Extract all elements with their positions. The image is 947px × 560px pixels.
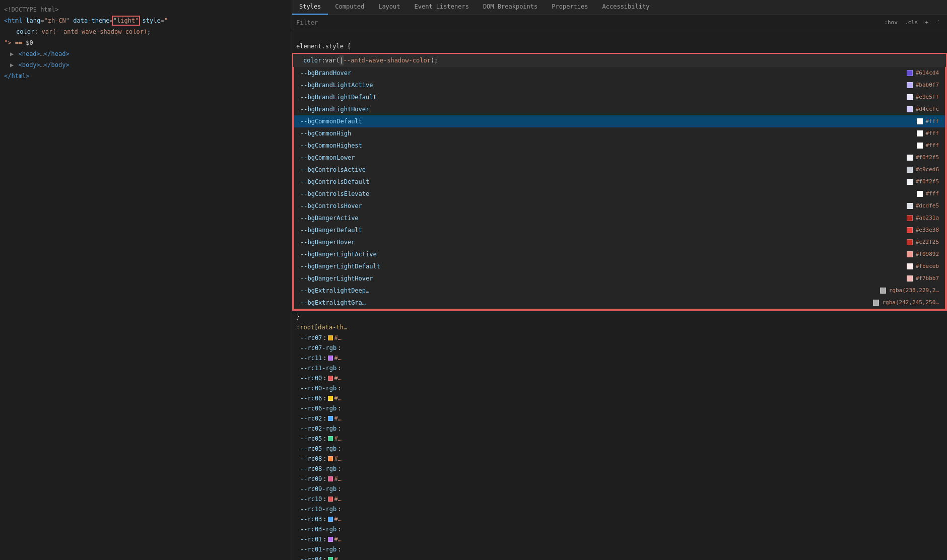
css-var-rc10-rgb: --rc10-rgb:: [292, 504, 947, 514]
css-var-rc01: --rc01: #…: [292, 534, 947, 544]
doctype-line: <!DOCTYPE html>: [0, 4, 292, 15]
color-swatch-bgDangerLightHover: [907, 275, 913, 282]
data-theme-attr[interactable]: "light": [113, 17, 139, 24]
element-style-selector: element.style {: [292, 41, 947, 52]
filter-input[interactable]: [296, 19, 882, 26]
dom-panel: <!DOCTYPE html> <html lang="zh-CN" data-…: [0, 0, 292, 560]
tab-bar: Styles Computed Layout Event Listeners D…: [292, 0, 947, 15]
ac-item-bgDangerLightHover[interactable]: --bgDangerLightHover #f7bbb7: [294, 272, 945, 285]
tab-dom-breakpoints[interactable]: DOM Breakpoints: [476, 0, 545, 15]
filter-bar: :hov .cls + ⋮: [292, 15, 947, 30]
tab-properties[interactable]: Properties: [545, 0, 595, 15]
ac-item-bgControlsActive[interactable]: --bgControlsActive #c9ced6: [294, 164, 945, 176]
ac-item-bgDangerLightDefault[interactable]: --bgDangerLightDefault #fbeceb: [294, 260, 945, 272]
css-var-rc03-rgb: --rc03-rgb:: [292, 524, 947, 534]
color-swatch-bgCommonHighest: [917, 143, 923, 149]
color-swatch-bgBrandHover: [907, 70, 913, 76]
color-swatch-bgBrandLightActive: [907, 82, 913, 88]
css-var-rc02-rgb: --rc02-rgb:: [292, 424, 947, 434]
tab-event-listeners[interactable]: Event Listeners: [408, 0, 476, 15]
css-var-rc07: --rc07: #…: [292, 333, 947, 343]
ac-item-bgDangerLightActive[interactable]: --bgDangerLightActive #f09892: [294, 248, 945, 260]
css-var-rc02: --rc02: #…: [292, 413, 947, 424]
tab-computed[interactable]: Computed: [328, 0, 371, 15]
styles-content: main.ed7297…chunk.cs element.style { col…: [292, 30, 947, 560]
css-var-rc09: --rc09: #…: [292, 474, 947, 484]
ac-item-bgCommonDefault[interactable]: --bgCommonDefault #fff: [294, 115, 945, 127]
swatch-rc06: [328, 396, 333, 401]
ac-item-bgCommonHigh[interactable]: --bgCommonHigh #fff: [294, 127, 945, 139]
color-swatch-bgCommonDefault: [917, 118, 923, 124]
filter-actions: :hov .cls + ⋮: [882, 18, 943, 27]
ac-item-bgBrandLightDefault[interactable]: --bgBrandLightDefault #e9e5ff: [294, 91, 945, 103]
color-swatch-bgDangerHover: [907, 239, 913, 245]
color-swatch-bgControlsElevate: [917, 191, 923, 197]
css-var-rc00: --rc00: #…: [292, 373, 947, 383]
cls-button[interactable]: .cls: [903, 18, 920, 27]
root-selector: :root[data-th…: [292, 322, 947, 333]
style-close-line: "> == $0: [0, 37, 292, 48]
color-swatch-bgControlsHover: [907, 203, 913, 209]
color-swatch-bgControlsDefault: [907, 179, 913, 185]
html-open-line[interactable]: <html lang="zh-CN" data-theme="light" st…: [0, 15, 292, 26]
css-var-rc05-rgb: --rc05-rgb:: [292, 444, 947, 454]
css-var-rc10: --rc10: #…: [292, 494, 947, 504]
swatch-rc10: [328, 497, 333, 502]
css-edit-overlay: color : var( | --antd-wave-shadow-color …: [292, 53, 947, 311]
css-var-rc07-rgb: --rc07-rgb:: [292, 343, 947, 353]
css-var-rc03: --rc03: #…: [292, 514, 947, 524]
element-style-block: element.style { color : var( | --antd-wa…: [292, 41, 947, 560]
color-swatch-bgCommonHigh: [917, 130, 923, 136]
body-line[interactable]: ▶ <body>…</body>: [0, 59, 292, 71]
color-swatch-bgDangerLightActive: [907, 251, 913, 257]
ac-item-bgControlsHover[interactable]: --bgControlsHover #dcdfe5: [294, 200, 945, 212]
tab-accessibility[interactable]: Accessibility: [595, 0, 657, 15]
element-style-close-brace: }: [292, 312, 947, 322]
color-swatch-bgCommonLower: [907, 155, 913, 161]
css-var-rc08-rgb: --rc08-rgb:: [292, 464, 947, 474]
ac-item-bgCommonHighest[interactable]: --bgCommonHighest #fff: [294, 139, 945, 152]
add-style-button[interactable]: +: [923, 18, 930, 27]
css-editing-row[interactable]: color : var( | --antd-wave-shadow-color …: [293, 54, 946, 67]
swatch-rc03: [328, 517, 333, 522]
ac-item-bgCommonLower[interactable]: --bgCommonLower #f0f2f5: [294, 152, 945, 164]
swatch-rc00: [328, 376, 333, 381]
css-var-rc05: --rc05: #…: [292, 434, 947, 444]
color-prop-line: color: var(--antd-wave-shadow-color);: [0, 26, 292, 37]
html-close-line: </html>: [0, 71, 292, 82]
ac-item-bgDangerDefault[interactable]: --bgDangerDefault #e33e38: [294, 224, 945, 236]
ac-item-bgControlsElevate[interactable]: --bgControlsElevate #fff: [294, 188, 945, 200]
swatch-rc07: [328, 335, 333, 340]
ac-item-bgBrandLightHover[interactable]: --bgBrandLightHover #d4ccfc: [294, 103, 945, 115]
css-var-rc09-rgb: --rc09-rgb:: [292, 484, 947, 494]
expand-triangle[interactable]: ▶: [10, 61, 14, 68]
head-line[interactable]: ▶ <head>…</head>: [0, 48, 292, 59]
ac-item-bgDangerActive[interactable]: --bgDangerActive #ab231a: [294, 212, 945, 224]
ac-item-bgExtralightDeep[interactable]: --bgExtralightDeep… rgba(238,229,2…: [294, 285, 945, 297]
css-var-rc08: --rc08: #…: [292, 454, 947, 464]
color-swatch-bgExtralightGra: [873, 300, 879, 306]
css-var-rc00-rgb: --rc00-rgb:: [292, 383, 947, 393]
ac-item-bgExtralightGra[interactable]: --bgExtralightGra… rgba(242,245,250…: [294, 297, 945, 309]
swatch-rc09: [328, 476, 333, 481]
swatch-rc04: [328, 557, 333, 560]
ac-item-bgDangerHover[interactable]: --bgDangerHover #c22f25: [294, 236, 945, 248]
ac-item-bgBrandHover[interactable]: --bgBrandHover #614cd4: [294, 67, 945, 79]
expand-triangle[interactable]: ▶: [10, 50, 14, 57]
color-swatch-bgBrandLightDefault: [907, 94, 913, 100]
ac-item-bgControlsDefault[interactable]: --bgControlsDefault #f0f2f5: [294, 176, 945, 188]
hov-button[interactable]: :hov: [882, 18, 900, 27]
tab-layout[interactable]: Layout: [371, 0, 407, 15]
swatch-rc02: [328, 416, 333, 421]
color-swatch-bgBrandLightHover: [907, 106, 913, 112]
color-swatch-bgDangerLightDefault: [907, 263, 913, 269]
more-button[interactable]: ⋮: [933, 18, 943, 27]
swatch-rc05: [328, 436, 333, 441]
css-var-rc01-rgb: --rc01-rgb:: [292, 544, 947, 554]
swatch-rc08: [328, 456, 333, 461]
html-tag: <html: [4, 17, 22, 24]
tab-styles[interactable]: Styles: [292, 0, 328, 15]
swatch-rc01: [328, 537, 333, 542]
autocomplete-dropdown: --bgBrandHover #614cd4 --bgBrandLightAct…: [293, 67, 946, 310]
ac-item-bgBrandLightActive[interactable]: --bgBrandLightActive #bab0f7: [294, 79, 945, 91]
